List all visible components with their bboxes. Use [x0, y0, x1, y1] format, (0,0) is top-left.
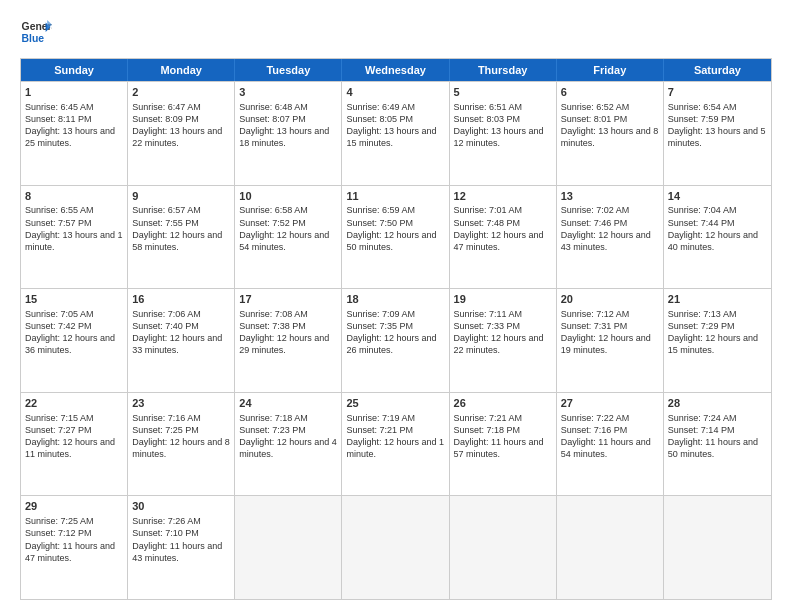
table-row: 21Sunrise: 7:13 AM Sunset: 7:29 PM Dayli…: [664, 289, 771, 392]
table-row: 22Sunrise: 7:15 AM Sunset: 7:27 PM Dayli…: [21, 393, 128, 496]
calendar: SundayMondayTuesdayWednesdayThursdayFrid…: [20, 58, 772, 600]
weekday-header: Monday: [128, 59, 235, 81]
table-row: 28Sunrise: 7:24 AM Sunset: 7:14 PM Dayli…: [664, 393, 771, 496]
weekday-header: Wednesday: [342, 59, 449, 81]
table-row: 26Sunrise: 7:21 AM Sunset: 7:18 PM Dayli…: [450, 393, 557, 496]
table-row: [235, 496, 342, 599]
calendar-row: 1Sunrise: 6:45 AM Sunset: 8:11 PM Daylig…: [21, 81, 771, 185]
table-row: 25Sunrise: 7:19 AM Sunset: 7:21 PM Dayli…: [342, 393, 449, 496]
weekday-header: Friday: [557, 59, 664, 81]
table-row: [450, 496, 557, 599]
table-row: 27Sunrise: 7:22 AM Sunset: 7:16 PM Dayli…: [557, 393, 664, 496]
calendar-row: 29Sunrise: 7:25 AM Sunset: 7:12 PM Dayli…: [21, 495, 771, 599]
weekday-header: Thursday: [450, 59, 557, 81]
table-row: [557, 496, 664, 599]
weekday-header: Sunday: [21, 59, 128, 81]
table-row: 4Sunrise: 6:49 AM Sunset: 8:05 PM Daylig…: [342, 82, 449, 185]
logo: General Blue: [20, 16, 52, 48]
table-row: 12Sunrise: 7:01 AM Sunset: 7:48 PM Dayli…: [450, 186, 557, 289]
calendar-row: 22Sunrise: 7:15 AM Sunset: 7:27 PM Dayli…: [21, 392, 771, 496]
table-row: 6Sunrise: 6:52 AM Sunset: 8:01 PM Daylig…: [557, 82, 664, 185]
table-row: 1Sunrise: 6:45 AM Sunset: 8:11 PM Daylig…: [21, 82, 128, 185]
table-row: 19Sunrise: 7:11 AM Sunset: 7:33 PM Dayli…: [450, 289, 557, 392]
table-row: 2Sunrise: 6:47 AM Sunset: 8:09 PM Daylig…: [128, 82, 235, 185]
weekday-header: Saturday: [664, 59, 771, 81]
table-row: 8Sunrise: 6:55 AM Sunset: 7:57 PM Daylig…: [21, 186, 128, 289]
table-row: 24Sunrise: 7:18 AM Sunset: 7:23 PM Dayli…: [235, 393, 342, 496]
table-row: 20Sunrise: 7:12 AM Sunset: 7:31 PM Dayli…: [557, 289, 664, 392]
table-row: 17Sunrise: 7:08 AM Sunset: 7:38 PM Dayli…: [235, 289, 342, 392]
header: General Blue: [20, 16, 772, 48]
calendar-row: 8Sunrise: 6:55 AM Sunset: 7:57 PM Daylig…: [21, 185, 771, 289]
calendar-row: 15Sunrise: 7:05 AM Sunset: 7:42 PM Dayli…: [21, 288, 771, 392]
table-row: 7Sunrise: 6:54 AM Sunset: 7:59 PM Daylig…: [664, 82, 771, 185]
svg-text:Blue: Blue: [22, 33, 45, 44]
table-row: 11Sunrise: 6:59 AM Sunset: 7:50 PM Dayli…: [342, 186, 449, 289]
calendar-body: 1Sunrise: 6:45 AM Sunset: 8:11 PM Daylig…: [21, 81, 771, 599]
weekday-header: Tuesday: [235, 59, 342, 81]
table-row: 3Sunrise: 6:48 AM Sunset: 8:07 PM Daylig…: [235, 82, 342, 185]
table-row: 29Sunrise: 7:25 AM Sunset: 7:12 PM Dayli…: [21, 496, 128, 599]
table-row: 15Sunrise: 7:05 AM Sunset: 7:42 PM Dayli…: [21, 289, 128, 392]
table-row: 9Sunrise: 6:57 AM Sunset: 7:55 PM Daylig…: [128, 186, 235, 289]
table-row: 10Sunrise: 6:58 AM Sunset: 7:52 PM Dayli…: [235, 186, 342, 289]
table-row: 16Sunrise: 7:06 AM Sunset: 7:40 PM Dayli…: [128, 289, 235, 392]
table-row: 18Sunrise: 7:09 AM Sunset: 7:35 PM Dayli…: [342, 289, 449, 392]
logo-icon: General Blue: [20, 16, 52, 48]
table-row: 5Sunrise: 6:51 AM Sunset: 8:03 PM Daylig…: [450, 82, 557, 185]
calendar-header-row: SundayMondayTuesdayWednesdayThursdayFrid…: [21, 59, 771, 81]
table-row: [342, 496, 449, 599]
table-row: 13Sunrise: 7:02 AM Sunset: 7:46 PM Dayli…: [557, 186, 664, 289]
table-row: 14Sunrise: 7:04 AM Sunset: 7:44 PM Dayli…: [664, 186, 771, 289]
table-row: 23Sunrise: 7:16 AM Sunset: 7:25 PM Dayli…: [128, 393, 235, 496]
page: General Blue SundayMondayTuesdayWednesda…: [0, 0, 792, 612]
table-row: 30Sunrise: 7:26 AM Sunset: 7:10 PM Dayli…: [128, 496, 235, 599]
table-row: [664, 496, 771, 599]
